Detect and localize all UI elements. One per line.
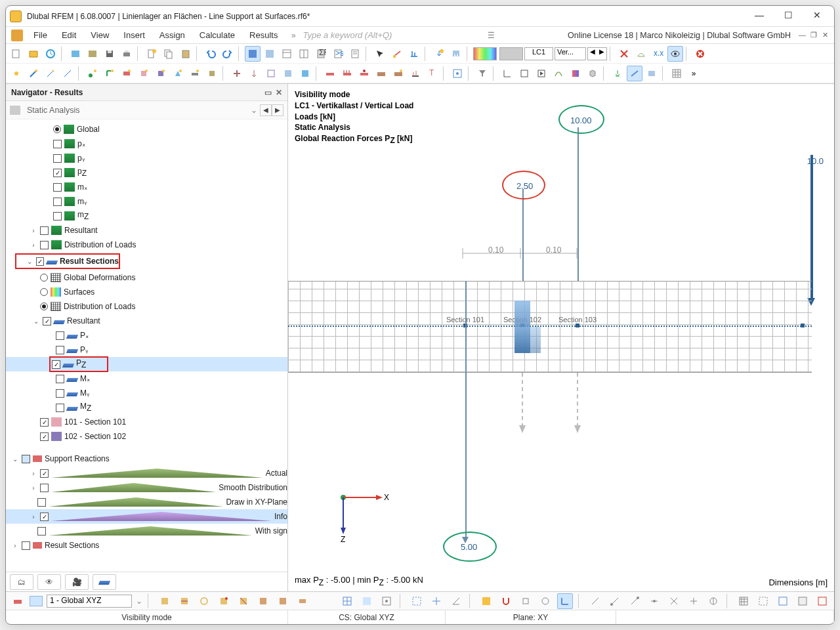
sb-3[interactable] bbox=[196, 593, 212, 609]
tool-r2-24[interactable]: T bbox=[425, 66, 440, 81]
sb-line3[interactable] bbox=[627, 593, 642, 609]
cs-dropdown[interactable]: 1 - Global XYZ bbox=[47, 595, 132, 608]
tool-r2-5[interactable] bbox=[85, 66, 100, 81]
tab-video-icon[interactable]: 🎥 bbox=[65, 574, 89, 590]
tool-r2-9[interactable] bbox=[153, 66, 169, 81]
loadcase-name[interactable]: Ver... bbox=[555, 47, 586, 60]
tool-save[interactable] bbox=[102, 46, 117, 62]
check-Pz[interactable] bbox=[52, 360, 60, 369]
tool-r2-11[interactable] bbox=[187, 66, 203, 81]
tool-r2-8[interactable] bbox=[136, 66, 152, 81]
sb-line7[interactable] bbox=[705, 593, 721, 609]
tool-r2-15[interactable] bbox=[263, 66, 279, 81]
caret-icon[interactable]: ⌄ bbox=[32, 318, 40, 325]
sb-grid3[interactable] bbox=[379, 593, 394, 609]
sb-line1[interactable] bbox=[587, 593, 603, 609]
sb-line6[interactable] bbox=[686, 593, 702, 609]
tool-script[interactable]: >sc bbox=[330, 46, 346, 62]
navigator-tree[interactable]: Global pₓ pᵧ pZ mₓ mᵧ mZ ›Resultant ›Dis… bbox=[6, 119, 287, 572]
check-my[interactable] bbox=[53, 198, 62, 206]
tool-newdoc[interactable] bbox=[144, 46, 159, 62]
tool-del-results[interactable] bbox=[616, 46, 632, 62]
tool-grid[interactable] bbox=[669, 66, 684, 81]
sb-1[interactable] bbox=[157, 593, 173, 609]
menu-edit[interactable]: Edit bbox=[55, 29, 83, 41]
tool-r2-3[interactable] bbox=[43, 66, 58, 81]
tool-panel1[interactable] bbox=[245, 46, 261, 62]
check-pz[interactable] bbox=[53, 169, 62, 177]
check-Py[interactable] bbox=[56, 346, 64, 354]
tool-block2[interactable] bbox=[85, 46, 100, 62]
caret-icon[interactable]: › bbox=[30, 470, 37, 477]
menu-view[interactable]: View bbox=[84, 29, 116, 41]
colormap-swatch[interactable] bbox=[473, 47, 497, 60]
radio-distloads[interactable] bbox=[40, 303, 48, 310]
tool-support[interactable] bbox=[610, 66, 625, 81]
sb-6[interactable] bbox=[255, 593, 271, 609]
check-mx[interactable] bbox=[53, 183, 62, 192]
tool-filter[interactable] bbox=[474, 66, 490, 81]
loadcase-code[interactable]: LC1 bbox=[524, 47, 553, 60]
sb-grid-e[interactable] bbox=[814, 593, 830, 609]
tool-r2-10[interactable] bbox=[170, 66, 186, 81]
check-drawxy[interactable] bbox=[37, 498, 46, 507]
tool-eye[interactable] bbox=[667, 46, 683, 62]
caret-icon[interactable]: › bbox=[30, 227, 37, 234]
sb-line5[interactable] bbox=[666, 593, 682, 609]
sb-snap2[interactable] bbox=[518, 593, 534, 609]
tool-r2-13[interactable] bbox=[229, 66, 245, 81]
caret-icon[interactable]: › bbox=[30, 242, 37, 249]
close-button[interactable]: ✕ bbox=[808, 10, 826, 23]
tool-loadarea[interactable] bbox=[448, 46, 464, 62]
dropdown-chevron-icon[interactable]: ⌄ bbox=[136, 597, 142, 606]
tool-more[interactable]: » bbox=[686, 66, 702, 81]
sb-grid-b[interactable] bbox=[755, 593, 771, 609]
check-actual[interactable] bbox=[40, 469, 49, 478]
check-info[interactable] bbox=[40, 513, 49, 521]
dock-icon[interactable]: ▭ bbox=[264, 88, 272, 97]
tool-r2-21[interactable] bbox=[373, 66, 389, 81]
caret-icon[interactable]: › bbox=[30, 513, 37, 520]
check-Mz[interactable] bbox=[56, 404, 64, 412]
tool-redo[interactable] bbox=[220, 46, 236, 62]
sb-select[interactable] bbox=[409, 593, 425, 609]
sb-snap1[interactable] bbox=[478, 593, 494, 609]
sb-4[interactable] bbox=[216, 593, 232, 609]
mdi-close-button[interactable]: ✕ bbox=[822, 31, 831, 40]
tool-curve[interactable] bbox=[551, 66, 566, 81]
tool-panel2[interactable] bbox=[262, 46, 278, 62]
tool-r2-6[interactable] bbox=[102, 66, 117, 81]
tool-r2-18[interactable] bbox=[322, 66, 338, 81]
check-px[interactable] bbox=[53, 140, 62, 148]
sb-ortho[interactable] bbox=[557, 593, 573, 609]
tool-report[interactable] bbox=[347, 46, 363, 62]
tool-panel3[interactable] bbox=[279, 46, 295, 62]
minimize-button[interactable]: — bbox=[750, 10, 768, 23]
viewport[interactable]: Visibility mode LC1 - Vertikallast / Ver… bbox=[288, 84, 834, 591]
check-distloads-top[interactable] bbox=[40, 241, 49, 249]
tool-panel4[interactable] bbox=[296, 46, 312, 62]
tool-xxx[interactable]: x.xx bbox=[650, 46, 666, 62]
tool-close-red[interactable] bbox=[692, 46, 708, 62]
tool-axes[interactable] bbox=[499, 66, 515, 81]
tool-r2-16[interactable] bbox=[280, 66, 296, 81]
tool-copy[interactable] bbox=[161, 46, 177, 62]
check-Px[interactable] bbox=[56, 331, 64, 340]
menu-calculate[interactable]: Calculate bbox=[193, 29, 242, 41]
check-resultant-top[interactable] bbox=[40, 226, 49, 235]
tool-section[interactable] bbox=[389, 46, 405, 62]
cs-icon[interactable] bbox=[30, 596, 43, 606]
tab-data-icon[interactable]: 🗂 bbox=[10, 574, 33, 590]
tool-undo[interactable] bbox=[203, 46, 219, 62]
sb-grid-a[interactable] bbox=[736, 593, 751, 609]
tool-paste[interactable] bbox=[178, 46, 194, 62]
check-smooth[interactable] bbox=[40, 484, 49, 492]
maximize-button[interactable]: ☐ bbox=[779, 10, 797, 23]
sb-grid-c[interactable] bbox=[775, 593, 791, 609]
sb-2[interactable] bbox=[177, 593, 192, 609]
radio-globaldef[interactable] bbox=[40, 274, 48, 282]
check-result-sections[interactable] bbox=[36, 257, 45, 266]
menu-file[interactable]: File bbox=[27, 29, 54, 41]
check-My[interactable] bbox=[56, 389, 64, 398]
status-tool-1[interactable] bbox=[10, 593, 26, 609]
